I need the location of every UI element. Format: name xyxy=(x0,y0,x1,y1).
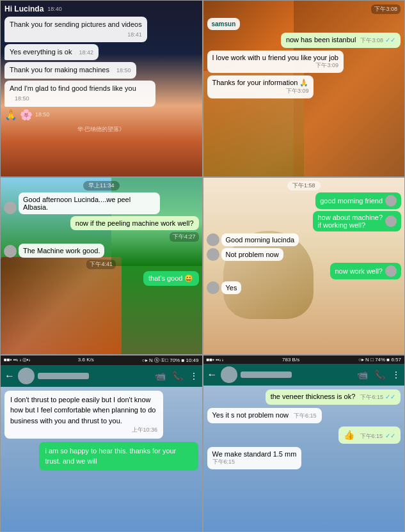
messages-area-5: I don't thrust to people easily but I do… xyxy=(1,387,202,531)
bubble-2-love: I love work with u friend you like your … xyxy=(207,51,344,73)
chat-header-6: ← 📹 📞 ⋮ xyxy=(203,364,405,386)
bubble-5-1: I don't thrust to people easily but I do… xyxy=(4,391,163,439)
bubble-3-3-wrap: The Machine work good. xyxy=(4,244,104,258)
bubble-4-5-wrap: now work well? xyxy=(330,263,401,279)
contact-avatar-5 xyxy=(18,368,35,384)
bubble-6-1: the veneer thickness is ok? 下午6:15 ✓✓ xyxy=(266,389,401,405)
panel-1: Hi Lucinda 18:40 Thank you for sending p… xyxy=(0,0,203,177)
panel2-timestamp: 下午3:08 xyxy=(371,4,401,14)
header-icons-5: 📹 📞 ⋮ xyxy=(155,371,198,381)
bubble-3-1-wrap: Good afternoon Lucinda....we peel Albasi… xyxy=(4,192,160,214)
bubble-6-4: We make standard 1.5 mm 下午6:15 xyxy=(207,447,302,469)
bubble-5-2: i am so happy to hear this. thanks for y… xyxy=(39,442,198,471)
video-icon-5[interactable]: 📹 xyxy=(155,371,166,381)
bubble-1-2: Yes everything is ok 18:42 xyxy=(4,44,99,60)
avatar-4-left-2 xyxy=(207,248,219,261)
bubble-4-3-wrap: Good morning lucinda xyxy=(207,233,299,246)
phone-icon-5[interactable]: 📞 xyxy=(172,371,183,381)
panel1-time1: 18:40 xyxy=(47,6,62,12)
panel3-time-2: 下午4:41 xyxy=(86,260,116,269)
avatar-4-left xyxy=(207,233,219,246)
avatar-4-right xyxy=(385,195,397,207)
panel-2: 下午3:08 samsun now has been istanbul 下午3:… xyxy=(203,0,406,177)
status-bar-6: ■■▪ ▪▪ᵢₗ ᵢₗ 783 B/s ○▸ N □ 74% ■ 6:57 xyxy=(203,356,405,364)
avatar-3-1 xyxy=(4,201,17,214)
bubble-4-3: Good morning lucinda xyxy=(221,233,299,246)
back-icon-6[interactable]: ← xyxy=(207,369,218,380)
messages-area-6: the veneer thickness is ok? 下午6:15 ✓✓ Ye… xyxy=(203,386,405,531)
bubble-2-istanbul: now has been istanbul 下午3:08 ✓✓ xyxy=(281,33,401,48)
bubble-4-4: Not problem now xyxy=(221,248,283,261)
contact-avatar-6 xyxy=(221,366,237,383)
contact-name-6 xyxy=(241,372,292,378)
more-icon-5[interactable]: ⋮ xyxy=(189,371,198,381)
panel3-timestamp: 早上11:34 xyxy=(83,181,120,191)
bubble-4-2-wrap: how about machine?if working well? xyxy=(313,211,401,231)
bubble-3-4: that's good 😀 xyxy=(143,271,199,286)
bubble-6-2: Yes it s not problem now 下午6:15 xyxy=(207,408,322,423)
avatar-4-right-2 xyxy=(385,215,397,227)
bubble-3-3: The Machine work good. xyxy=(19,244,104,258)
bubble-1-4: And I'm glad to find good friends like y… xyxy=(4,81,155,107)
contact-name-5 xyxy=(38,373,89,379)
avatar-3-2 xyxy=(4,245,17,258)
bubble-4-1-wrap: good morning friend xyxy=(315,192,401,209)
bubble-2-name: samsun xyxy=(207,18,241,30)
main-grid: Hi Lucinda 18:40 Thank you for sending p… xyxy=(0,0,405,532)
video-icon-6[interactable]: 📹 xyxy=(357,370,368,380)
panel4-timestamp: 下午1:58 xyxy=(287,181,321,191)
panel1-greeting: Hi Lucinda xyxy=(4,4,44,13)
bubble-4-6: Yes xyxy=(221,281,242,294)
phone-icon-6[interactable]: 📞 xyxy=(374,370,385,380)
emoji-row: 🙏 🌸 18:50 xyxy=(4,109,198,121)
bubble-1-1: Thank you for sending pictures and video… xyxy=(4,17,147,42)
chat-header-5: ← 📹 📞 ⋮ xyxy=(1,365,202,387)
bubble-1-3: Thank you for making machines 18:50 xyxy=(4,62,136,78)
bubble-3-2: now if the peeling machine work well? xyxy=(70,216,199,230)
more-icon-6[interactable]: ⋮ xyxy=(392,370,401,380)
panel3-time-mid: 下午4:27 xyxy=(170,232,199,242)
panel-3: 早上11:34 Good afternoon Lucinda....we pee… xyxy=(0,177,203,354)
header-icons-6: 📹 📞 ⋮ xyxy=(357,370,401,380)
status-bar-5: ■■▪ ▪▪ᵢₗ ᵢₗ ◎▪ᵢₗ 3.6 K/s ○▸ N ⓢ ①□ 70% ■… xyxy=(1,356,202,365)
avatar-4-left-3 xyxy=(207,281,219,294)
bubble-2-thanks: Thanks for your information 🙏 下午3:09 xyxy=(207,75,314,98)
bubble-4-4-wrap: Not problem now xyxy=(207,248,283,261)
back-icon-5[interactable]: ← xyxy=(4,370,15,382)
bubble-4-6-wrap: Yes xyxy=(207,281,242,294)
bubble-3-1: Good afternoon Lucinda....we peel Albasi… xyxy=(19,192,160,214)
avatar-4-right-3 xyxy=(385,265,397,277)
panel1-location: 华·巴纳德的望落》 xyxy=(4,125,198,134)
panel-5: ■■▪ ▪▪ᵢₗ ᵢₗ ◎▪ᵢₗ 3.6 K/s ○▸ N ⓢ ①□ 70% ■… xyxy=(0,355,203,532)
panel-4: 下午1:58 good morning friend how about mac… xyxy=(203,177,406,354)
bubble-6-3: 👍 下午6:15 ✓✓ xyxy=(338,426,401,444)
panel-6: ■■▪ ▪▪ᵢₗ ᵢₗ 783 B/s ○▸ N □ 74% ■ 6:57 ← … xyxy=(203,355,406,532)
